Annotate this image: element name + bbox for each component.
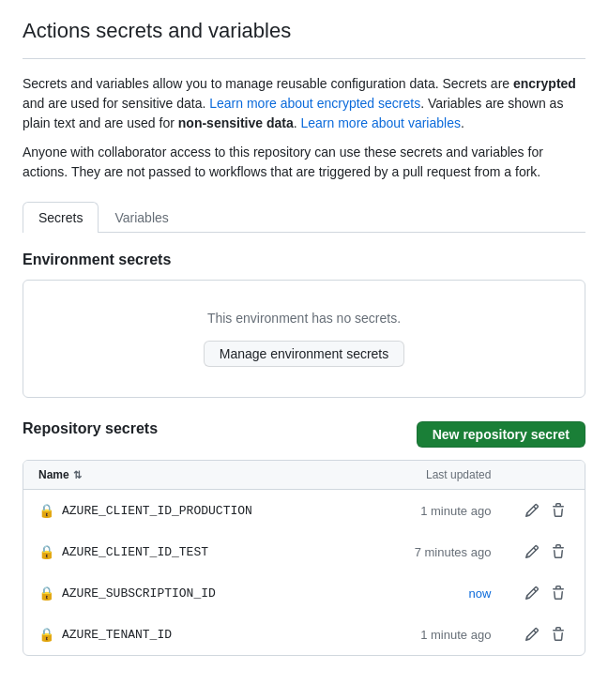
delete-button[interactable] [547,623,570,646]
table-row: 🔒 AZURE_CLIENT_ID_TEST 7 minutes ago [23,531,585,572]
secrets-table: Name ⇅ Last updated 🔒 AZURE_CLIENT_ID_PR… [23,460,585,656]
table-row: 🔒 AZURE_CLIENT_ID_PRODUCTION 1 minute ag… [23,490,585,531]
encrypted-secrets-link[interactable]: Learn more about encrypted secrets [209,96,420,111]
actions-cell [506,490,585,531]
env-section-title: Environment secrets [23,251,585,268]
description-line1: Secrets and variables allow you to manag… [23,74,585,133]
trash-icon [551,503,566,518]
env-secrets-box: This environment has no secrets. Manage … [23,280,585,398]
pencil-icon [524,544,540,559]
table-row: 🔒 AZURE_TENANT_ID 1 minute ago [23,614,585,655]
col-actions [506,461,585,490]
lock-icon: 🔒 [38,503,54,518]
tab-variables[interactable]: Variables [99,202,184,233]
last-updated-cell: 1 minute ago [359,490,507,531]
pencil-icon [524,627,540,642]
last-updated-cell: 7 minutes ago [359,531,507,572]
secret-name: AZURE_CLIENT_ID_PRODUCTION [62,504,252,518]
secret-name-cell: 🔒 AZURE_TENANT_ID [38,627,344,642]
trash-icon [551,627,566,642]
pencil-icon [524,586,540,601]
edit-button[interactable] [521,582,543,604]
edit-button[interactable] [521,623,543,646]
secrets-table-body: 🔒 AZURE_CLIENT_ID_PRODUCTION 1 minute ag… [23,490,585,655]
sort-icon: ⇅ [73,469,82,481]
table-header-row: Name ⇅ Last updated [23,461,585,490]
table-row: 🔒 AZURE_SUBSCRIPTION_ID now [23,572,585,614]
trash-icon [551,586,566,601]
repo-section-title: Repository secrets [23,420,158,437]
delete-button[interactable] [547,499,570,522]
lock-icon: 🔒 [38,627,54,642]
edit-button[interactable] [521,499,543,522]
secret-name: AZURE_CLIENT_ID_TEST [62,545,208,559]
lock-icon: 🔒 [38,544,54,559]
new-repository-secret-button[interactable]: New repository secret [417,421,585,448]
lock-icon: 🔒 [38,586,54,601]
trash-icon [551,544,566,559]
variables-link[interactable]: Learn more about variables [300,115,460,130]
edit-button[interactable] [521,540,543,563]
time-value: 1 minute ago [420,628,491,642]
actions-cell [506,614,585,655]
secret-name: AZURE_TENANT_ID [62,628,172,642]
secret-name-cell: 🔒 AZURE_CLIENT_ID_TEST [38,544,344,559]
delete-button[interactable] [547,582,570,604]
time-value: 7 minutes ago [415,545,492,559]
page-title: Actions secrets and variables [23,19,585,43]
access-note: Anyone with collaborator access to this … [23,143,585,182]
secret-name-cell: 🔒 AZURE_CLIENT_ID_PRODUCTION [38,503,344,518]
secret-name: AZURE_SUBSCRIPTION_ID [62,586,216,601]
tab-bar: Secrets Variables [23,201,585,233]
delete-button[interactable] [547,540,570,563]
repo-secrets-header: Repository secrets New repository secret [23,420,585,449]
env-empty-text: This environment has no secrets. [38,311,570,326]
manage-env-secrets-button[interactable]: Manage environment secrets [204,341,405,367]
time-value: now [469,586,492,601]
col-name: Name ⇅ [23,461,359,490]
secret-name-cell: 🔒 AZURE_SUBSCRIPTION_ID [38,586,344,601]
col-last-updated: Last updated [359,461,507,490]
header-divider [23,58,585,59]
actions-cell [506,572,585,614]
actions-cell [506,531,585,572]
pencil-icon [524,503,540,518]
time-value: 1 minute ago [420,504,491,518]
last-updated-cell: 1 minute ago [359,614,507,655]
last-updated-cell: now [359,572,507,614]
tab-secrets[interactable]: Secrets [23,202,99,233]
